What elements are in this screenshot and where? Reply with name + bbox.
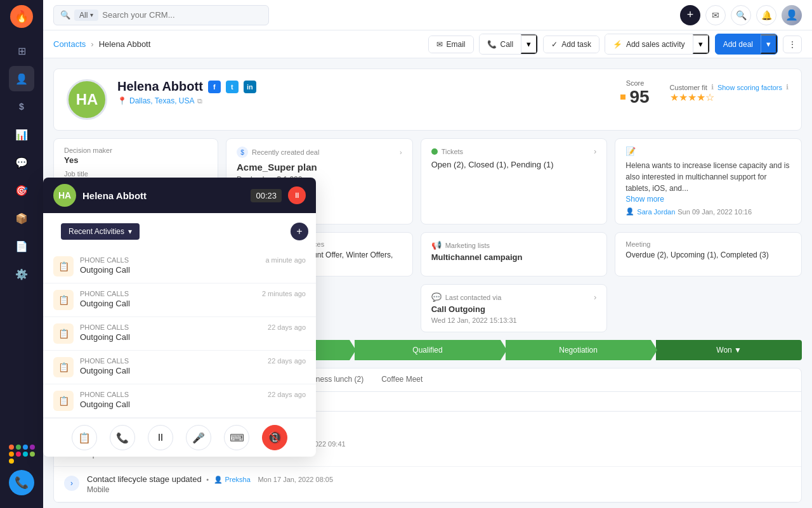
show-scoring-link[interactable]: Show scoring factors bbox=[717, 84, 782, 91]
search-icon: 🔍 bbox=[60, 10, 70, 20]
call-activity-phone-icon-4: 📋 bbox=[53, 357, 74, 377]
call-activity-info-1: PHONE CALLS Outgoing Call bbox=[80, 256, 259, 275]
note-card: 📝 Helena wants to increase license capac… bbox=[615, 138, 802, 225]
call-dropdown-button[interactable]: ▾ bbox=[521, 34, 537, 54]
call-footer: 📋 📞 ⏸ 🎤 ⌨ 📵 bbox=[43, 418, 316, 457]
recent-activities-dropdown[interactable]: Recent Activities ▾ bbox=[61, 223, 140, 240]
marketing-card[interactable]: 📢 Marketing lists Multichannel campaign bbox=[421, 232, 608, 277]
sidebar-item-products[interactable]: 📦 bbox=[9, 205, 34, 231]
contact-info: Helena Abbott f t in 📍 Dallas, Texas, US… bbox=[117, 79, 610, 105]
contact-name-row: Helena Abbott f t in bbox=[117, 79, 610, 94]
contact-header-card: HA Helena Abbott f t in 📍 Dallas, Texas,… bbox=[53, 68, 802, 131]
tickets-status-dot bbox=[431, 148, 438, 155]
sidebar-item-settings[interactable]: ⚙️ bbox=[9, 261, 34, 287]
add-activity-button[interactable]: + bbox=[291, 223, 308, 240]
call-activities-list: 📋 PHONE CALLS Outgoing Call a minute ago… bbox=[43, 250, 316, 418]
tab-coffee-meet[interactable]: Coffee Meet bbox=[372, 368, 431, 391]
pipeline-stage-negotiation[interactable]: Negotiation bbox=[506, 340, 652, 360]
activity-sub-2: Mobile bbox=[87, 485, 333, 494]
call-activity-info-4: PHONE CALLS Outgoing Call bbox=[80, 357, 261, 375]
chat-icon: 💬 bbox=[431, 292, 442, 302]
facebook-icon[interactable]: f bbox=[208, 81, 221, 93]
call-note-button[interactable]: 📋 bbox=[72, 425, 97, 450]
search-filter-pill[interactable]: All ▾ bbox=[74, 10, 98, 21]
add-sales-activity-group: ⚡ Add sales activity ▾ bbox=[605, 34, 710, 55]
call-activity-phone-icon-3: 📋 bbox=[53, 323, 74, 344]
copy-icon[interactable]: ⧉ bbox=[197, 97, 202, 105]
search-input[interactable] bbox=[102, 10, 262, 20]
call-btn-icon: 📞 bbox=[487, 40, 497, 49]
sidebar-item-deals[interactable]: $ bbox=[9, 94, 34, 119]
call-mute-button[interactable]: 🎤 bbox=[186, 425, 211, 450]
call-button[interactable]: 📞 Call bbox=[480, 34, 521, 54]
deal-header: $ Recently created deal › bbox=[237, 147, 402, 158]
email-button[interactable]: ✉ Email bbox=[429, 36, 473, 53]
contact-name: Helena Abbott bbox=[117, 79, 203, 94]
sidebar-item-contacts[interactable]: 👤 bbox=[9, 66, 34, 91]
user-avatar[interactable]: 👤 bbox=[782, 5, 802, 25]
marketing-icon: 📢 bbox=[431, 240, 442, 250]
call-activity-info-3: PHONE CALLS Outgoing Call bbox=[80, 323, 261, 342]
add-deal-button[interactable]: Add deal bbox=[716, 34, 761, 54]
deal-arrow-icon: › bbox=[400, 148, 402, 156]
sidebar-item-target[interactable]: 🎯 bbox=[9, 178, 34, 203]
call-pause-button[interactable]: ⏸ bbox=[288, 186, 306, 204]
call-activity-item-4: 📋 PHONE CALLS Outgoing Call 22 days ago bbox=[43, 351, 316, 384]
note-icon: 📝 bbox=[625, 147, 636, 156]
sidebar-item-docs[interactable]: 📄 bbox=[9, 233, 34, 259]
call-activity-phone-icon-5: 📋 bbox=[53, 391, 74, 411]
note-author: 👤 Sara Jordan Sun 09 Jan, 2022 10:16 bbox=[625, 207, 791, 216]
app-logo[interactable]: 🔥 bbox=[10, 5, 33, 28]
call-activity-phone-icon-1: 📋 bbox=[53, 256, 74, 277]
call-keypad-button[interactable]: ⌨ bbox=[224, 425, 249, 450]
breadcrumb-parent[interactable]: Contacts bbox=[53, 39, 86, 49]
activity-item-2: › Contact lifecycle stage updated • 👤 Pr… bbox=[54, 467, 801, 502]
add-task-button-group: ✓ Add task bbox=[543, 36, 599, 53]
tickets-arrow-icon: › bbox=[594, 147, 596, 156]
sidebar-item-grid[interactable]: ⊞ bbox=[9, 38, 34, 63]
more-options-button[interactable]: ⋮ bbox=[783, 36, 802, 53]
call-panel-header: HA Helena Abbott 00:23 ⏸ bbox=[43, 178, 316, 213]
sidebar-item-chat[interactable]: 💬 bbox=[9, 150, 34, 175]
add-button[interactable]: + bbox=[680, 5, 700, 25]
sidebar-item-analytics[interactable]: 📊 bbox=[9, 122, 34, 147]
meeting-card[interactable]: Meeting Overdue (2), Upcoming (1), Compl… bbox=[615, 232, 802, 277]
deal-icon: $ bbox=[237, 147, 248, 158]
add-task-button[interactable]: ✓ Add task bbox=[544, 36, 599, 53]
call-button-group: 📞 Call ▾ bbox=[479, 34, 539, 55]
last-contacted-card[interactable]: 💬 Last contacted via › Call Outgoing Wed… bbox=[421, 284, 608, 332]
search-container: 🔍 All ▾ bbox=[53, 5, 269, 25]
show-more-link[interactable]: Show more bbox=[625, 195, 664, 204]
customer-fit-section: Customer fit ℹ Show scoring factors ℹ ★★… bbox=[670, 83, 789, 103]
call-hold-button[interactable]: ⏸ bbox=[148, 425, 173, 450]
sales-activity-dropdown[interactable]: ▾ bbox=[693, 34, 709, 54]
contact-location[interactable]: 📍 Dallas, Texas, USA ⧉ bbox=[117, 96, 610, 105]
task-icon: ✓ bbox=[551, 40, 558, 49]
call-dialpad-alt-button[interactable]: 📞 bbox=[110, 425, 135, 450]
score-section: Score 95 bbox=[620, 79, 649, 107]
phone-icon[interactable]: 📞 bbox=[9, 470, 34, 495]
linkedin-icon[interactable]: in bbox=[244, 81, 256, 93]
contact-avatar: HA bbox=[67, 79, 107, 120]
twitter-icon[interactable]: t bbox=[226, 81, 239, 93]
add-deal-dropdown[interactable]: ▾ bbox=[761, 34, 777, 54]
pipeline-stage-qualified[interactable]: Qualified bbox=[355, 340, 501, 360]
breadcrumb-bar: Contacts › Helena Abbott ✉ Email 📞 Call … bbox=[43, 30, 812, 58]
pipeline-stage-won[interactable]: Won ▼ bbox=[656, 340, 802, 360]
call-activity-phone-icon-2: 📋 bbox=[53, 290, 74, 310]
add-deal-button-group: Add deal ▾ bbox=[715, 34, 778, 55]
location-pin-icon: 📍 bbox=[117, 96, 127, 105]
top-navbar: 🔍 All ▾ + ✉ 🔍 🔔 👤 bbox=[43, 0, 812, 30]
call-end-button[interactable]: 📵 bbox=[262, 425, 287, 450]
add-sales-activity-button[interactable]: ⚡ Add sales activity bbox=[605, 34, 693, 54]
breadcrumb-separator: › bbox=[91, 39, 93, 49]
search-contacts-btn[interactable]: 🔍 bbox=[731, 5, 751, 25]
notifications-btn[interactable]: 🔔 bbox=[756, 5, 776, 25]
call-activity-item-3: 📋 PHONE CALLS Outgoing Call 22 days ago bbox=[43, 317, 316, 351]
tickets-card[interactable]: Tickets › Open (2), Closed (1), Pending … bbox=[421, 138, 608, 225]
call-panel: HA Helena Abbott 00:23 ⏸ Recent Activiti… bbox=[43, 178, 316, 457]
email-icon-btn[interactable]: ✉ bbox=[705, 5, 726, 25]
email-button-group: ✉ Email bbox=[428, 36, 474, 53]
dropdown-chevron-icon: ▾ bbox=[128, 227, 132, 236]
scoring-info-icon: ℹ bbox=[786, 83, 789, 91]
